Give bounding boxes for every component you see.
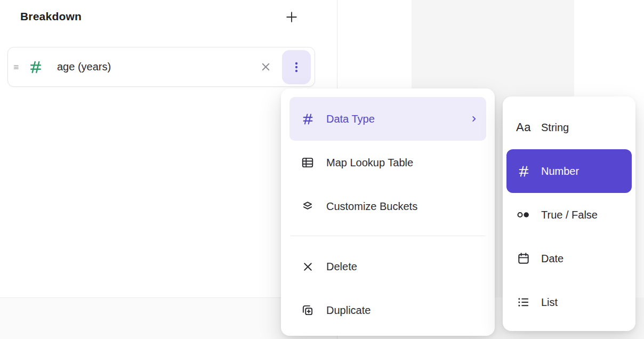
hash-icon <box>515 163 532 179</box>
submenu-item-true-false[interactable]: True / False <box>506 193 632 237</box>
hash-icon <box>300 111 315 126</box>
add-breakdown-button[interactable] <box>282 7 301 27</box>
chevron-right-icon <box>469 114 479 124</box>
data-type-submenu: Aa String Number True / False <box>503 96 635 331</box>
breakdown-field-card[interactable]: age (years) <box>7 47 315 87</box>
menu-item-duplicate[interactable]: Duplicate <box>289 288 486 332</box>
kebab-dots-icon <box>289 59 303 75</box>
breakdown-screen: Breakdown age (years) <box>0 0 644 339</box>
drag-handle-icon[interactable] <box>12 62 22 72</box>
submenu-item-number[interactable]: Number <box>506 149 632 193</box>
submenu-item-list[interactable]: List <box>506 280 632 324</box>
stack-icon <box>300 199 315 214</box>
hash-icon <box>28 59 44 75</box>
panel-title: Breakdown <box>20 10 82 23</box>
remove-field-button[interactable] <box>260 61 272 73</box>
submenu-item-label: List <box>541 296 558 309</box>
toggle-circles-icon <box>515 207 532 223</box>
x-icon <box>300 259 315 274</box>
menu-item-label: Map Lookup Table <box>326 157 413 169</box>
menu-item-delete[interactable]: Delete <box>289 245 486 288</box>
menu-divider <box>291 236 485 236</box>
submenu-item-date[interactable]: Date <box>506 237 632 280</box>
submenu-item-label: Date <box>541 253 564 265</box>
menu-item-map-lookup-table[interactable]: Map Lookup Table <box>289 141 486 184</box>
submenu-item-string[interactable]: Aa String <box>506 106 632 149</box>
field-menu-button[interactable] <box>282 50 311 84</box>
menu-item-label: Delete <box>326 261 357 273</box>
menu-item-customize-buckets[interactable]: Customize Buckets <box>289 184 486 228</box>
menu-item-data-type[interactable]: Data Type <box>289 97 486 141</box>
table-icon <box>300 155 315 170</box>
field-label: age (years) <box>57 61 260 73</box>
submenu-item-label: Number <box>541 165 579 177</box>
menu-item-label: Duplicate <box>326 304 371 317</box>
calendar-icon <box>515 251 532 267</box>
menu-item-label: Customize Buckets <box>326 200 417 213</box>
submenu-item-label: String <box>541 122 569 134</box>
menu-item-label: Data Type <box>326 113 375 125</box>
list-icon <box>515 294 532 310</box>
field-context-menu: Data Type Map Lookup Table <box>281 88 495 336</box>
string-aa-icon: Aa <box>515 119 532 135</box>
copy-plus-icon <box>300 303 315 318</box>
plus-icon <box>284 10 299 25</box>
submenu-item-label: True / False <box>541 209 598 221</box>
x-icon <box>260 61 272 73</box>
